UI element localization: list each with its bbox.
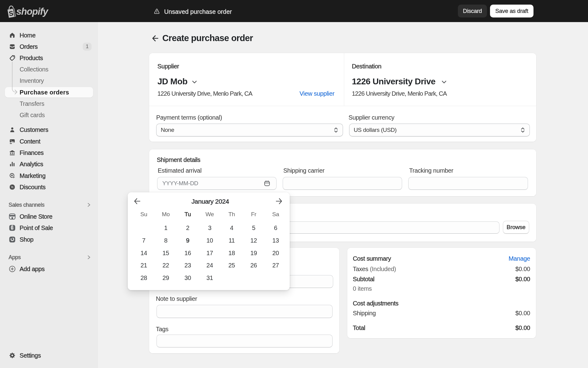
svg-text:S: S: [9, 10, 14, 17]
